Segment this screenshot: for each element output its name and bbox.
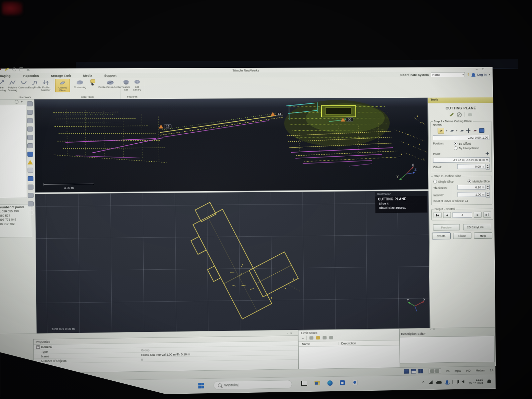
disable-plane-icon[interactable] xyxy=(457,112,462,117)
remove-icon[interactable]: – xyxy=(302,336,304,340)
pan-tool-icon[interactable] xyxy=(28,193,33,198)
tab-inspection[interactable]: Inspection xyxy=(23,74,39,77)
profile-cross-section-button[interactable]: Profile/Cross-Section xyxy=(96,78,124,88)
speaker-icon[interactable] xyxy=(462,380,464,383)
store-app-icon[interactable] xyxy=(340,380,345,385)
sample-tool-icon[interactable] xyxy=(27,118,33,123)
pick-point-icon[interactable] xyxy=(486,152,489,155)
sync-icon[interactable] xyxy=(15,100,18,104)
register-tool-icon[interactable] xyxy=(27,135,33,140)
annotation-marker-30[interactable]: 30 xyxy=(341,117,353,121)
offset-spinner[interactable] xyxy=(486,164,490,170)
previous-slice-button[interactable]: ◀ xyxy=(443,212,451,218)
pick-normal-icon[interactable] xyxy=(438,128,444,134)
close-icon[interactable]: × xyxy=(290,332,292,335)
easyline-button[interactable]: 2D EasyLine ... xyxy=(463,224,491,230)
preview-button[interactable]: Preview xyxy=(433,224,460,231)
annotation-marker-15[interactable]: 15 xyxy=(159,124,171,128)
display-icon[interactable] xyxy=(453,380,458,384)
chat-app-icon[interactable] xyxy=(352,380,358,385)
interval-input[interactable] xyxy=(458,192,486,197)
help-icon[interactable]: ? xyxy=(467,72,469,76)
pin-icon[interactable]: ▫ xyxy=(430,328,431,331)
station-view-icon[interactable] xyxy=(27,152,33,157)
classify-tool-icon[interactable] xyxy=(27,126,33,131)
panel-controls-right[interactable]: ▫ × xyxy=(430,328,435,331)
image-tool-icon[interactable] xyxy=(27,168,33,173)
plane-axis-icon[interactable] xyxy=(472,128,477,133)
viewport-3d[interactable]: 15 14 30 4.00 m X Z xyxy=(34,98,428,193)
crosshair-icon[interactable] xyxy=(466,128,470,133)
microphone-icon[interactable] xyxy=(446,380,448,384)
cloud-option-icon[interactable] xyxy=(468,113,472,116)
project-tree-panel[interactable] xyxy=(0,105,27,198)
plane-z-icon[interactable] xyxy=(449,129,454,133)
task-view-icon[interactable] xyxy=(301,381,307,386)
next-slice-button[interactable]: ▶ xyxy=(474,212,482,218)
orbit-control-icon[interactable] xyxy=(28,210,33,215)
render-mode-icon[interactable] xyxy=(430,369,435,373)
easyprofile-button[interactable]: EasyProfile xyxy=(29,79,40,89)
slice-cursor-icon[interactable] xyxy=(90,79,95,88)
slice-number-input[interactable] xyxy=(453,212,472,217)
annotation-marker-14[interactable]: 14 xyxy=(270,112,283,116)
close-button[interactable]: Close xyxy=(453,232,471,239)
network-icon[interactable] xyxy=(429,380,433,384)
screen-pick-icon[interactable] xyxy=(479,128,484,133)
normal-value-input[interactable] xyxy=(433,135,489,140)
project-panel-toolbar[interactable]: ▾ xyxy=(15,100,23,104)
tab-storage-tank[interactable]: Storage Tank xyxy=(51,74,71,77)
folder-icon[interactable] xyxy=(316,336,320,339)
box-icon[interactable] xyxy=(329,336,333,339)
feature-set-button[interactable]: Feature Set xyxy=(120,78,132,91)
description-editor-body[interactable] xyxy=(400,336,495,364)
cloud-tool-icon[interactable] xyxy=(27,101,32,106)
onedrive-icon[interactable] xyxy=(437,380,442,383)
edge-browser-icon[interactable] xyxy=(327,380,332,386)
radio-by-offset[interactable] xyxy=(454,142,458,145)
catenary-button[interactable]: Catenary xyxy=(18,79,29,89)
tab-media[interactable]: Media xyxy=(83,74,92,77)
login-chevron-icon[interactable]: ▾ xyxy=(489,73,490,76)
column-description[interactable]: Description xyxy=(338,341,399,345)
minimize-button[interactable]: – xyxy=(476,67,478,71)
point-value-input[interactable] xyxy=(433,157,489,163)
contouring-button[interactable]: Contouring xyxy=(71,79,89,89)
segment-tool-icon[interactable] xyxy=(27,110,33,115)
layout-single-icon[interactable] xyxy=(404,369,409,374)
units-indicator[interactable]: Meters xyxy=(476,369,485,372)
last-slice-button[interactable]: ▶ xyxy=(483,211,491,217)
login-button[interactable]: Log In xyxy=(477,73,486,76)
radio-multiple-slice[interactable] xyxy=(467,180,471,183)
thickness-spinner[interactable] xyxy=(486,185,490,190)
start-button[interactable] xyxy=(198,383,204,388)
chevron-down-icon[interactable]: ▾ xyxy=(446,129,448,132)
tray-chevron-icon[interactable]: ^ xyxy=(422,380,424,384)
cutting-plane-button[interactable]: Cutting Plane xyxy=(55,79,70,92)
display-toggle-group[interactable] xyxy=(429,368,441,373)
layout-buttons[interactable] xyxy=(404,369,423,374)
screen-capture-icon[interactable] xyxy=(28,176,33,181)
user-tool-icon[interactable] xyxy=(28,201,33,206)
edit-plane-icon[interactable] xyxy=(450,113,454,116)
line-drawing-button[interactable]: Line Drawing xyxy=(0,79,7,92)
target-tool-icon[interactable] xyxy=(27,143,33,148)
offset-value-input[interactable] xyxy=(457,164,485,169)
edit-library-button[interactable]: Edit Library xyxy=(131,78,143,91)
hand-icon[interactable] xyxy=(323,336,327,339)
radio-by-interpolation[interactable] xyxy=(454,146,458,150)
chevron-down-icon[interactable]: ▾ xyxy=(456,129,458,132)
column-name[interactable]: Name xyxy=(299,342,338,346)
search-box[interactable]: Wyszukaj xyxy=(213,380,292,390)
panel-chevron-icon[interactable]: ▾ xyxy=(21,100,23,103)
polyline-drawing-button[interactable]: Polyline Drawing xyxy=(7,79,18,91)
layout-split-icon[interactable] xyxy=(411,369,416,373)
close-icon[interactable]: × xyxy=(433,328,435,331)
maximize-button[interactable]: □ xyxy=(482,67,484,71)
clock[interactable]: 12:19 25.07.2024 xyxy=(468,378,483,385)
lock-icon[interactable] xyxy=(309,336,313,339)
create-button[interactable]: Create xyxy=(432,233,450,239)
viewport-2d[interactable]: Information CUTTING PLANE Slice 4 Cloud … xyxy=(35,191,430,334)
quality-indicator[interactable]: HD xyxy=(466,369,470,372)
notification-bell-icon[interactable] xyxy=(487,379,491,383)
